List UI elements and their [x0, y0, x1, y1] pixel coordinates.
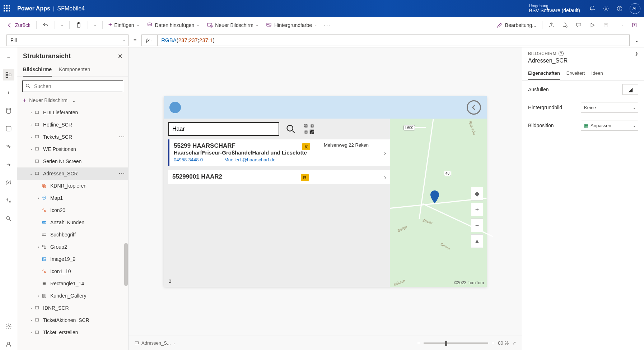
- breadcrumb[interactable]: Adressen_S... ⌄: [134, 340, 176, 346]
- rail-flow-icon[interactable]: ➔: [3, 159, 14, 170]
- formula-input[interactable]: RGBA(237; 237; 237; 1): [157, 34, 630, 46]
- tree-caret-icon[interactable]: ›: [36, 196, 41, 200]
- tree-node[interactable]: ⌄Adressen_SCR···: [17, 167, 128, 180]
- add-data-button[interactable]: Daten hinzufügen ⌄: [144, 20, 202, 30]
- prop-bgimage-select[interactable]: Keine ⌄: [581, 102, 638, 113]
- overflow-button[interactable]: ···: [321, 21, 333, 29]
- editing-mode-button[interactable]: Bearbeitung...: [494, 20, 539, 30]
- tree-caret-icon[interactable]: ›: [29, 135, 34, 139]
- insert-button[interactable]: + Einfügen ⌄: [106, 20, 142, 30]
- app-qr-icon[interactable]: [302, 122, 316, 136]
- app-list-item[interactable]: 55299001 HAAR2B›: [168, 170, 390, 184]
- fit-to-window-icon[interactable]: ⤢: [512, 340, 516, 346]
- tab-screens[interactable]: Bildschirme: [23, 64, 52, 77]
- rail-insert-icon[interactable]: +: [3, 87, 14, 98]
- rail-data-icon[interactable]: [3, 105, 14, 116]
- prop-fill-color-button[interactable]: ◢: [622, 84, 638, 95]
- tree-node[interactable]: Serien Nr Screen: [17, 155, 128, 167]
- tab-ideas[interactable]: Ideen: [591, 68, 603, 80]
- rail-hamburger-icon[interactable]: ≡: [3, 51, 14, 63]
- tree-node[interactable]: ›Tickets_SCR···: [17, 131, 128, 143]
- notifications-icon[interactable]: [589, 5, 596, 12]
- app-checker-button[interactable]: [559, 20, 571, 30]
- map-zoom-in-button[interactable]: +: [471, 203, 483, 216]
- rail-search-icon[interactable]: [3, 213, 14, 224]
- tab-properties[interactable]: Eigenschaften: [528, 68, 560, 80]
- tree-node[interactable]: ›Kunden_Gallery: [17, 290, 128, 302]
- undo-button[interactable]: [39, 20, 52, 30]
- property-selector[interactable]: Fill ⌄: [6, 34, 129, 46]
- zoom-slider[interactable]: [424, 342, 488, 344]
- tree-caret-icon[interactable]: ›: [29, 331, 34, 335]
- tree-node[interactable]: Suchbegriff: [17, 229, 128, 241]
- waffle-icon[interactable]: [4, 5, 11, 12]
- prop-imgpos-select[interactable]: ▦ Anpassen ⌄: [581, 120, 638, 131]
- close-icon[interactable]: ✕: [118, 53, 122, 60]
- rail-virtual-agent-icon[interactable]: [3, 339, 14, 350]
- comments-button[interactable]: [573, 20, 585, 30]
- undo-split-button[interactable]: ⌄: [58, 22, 66, 28]
- formula-expand-button[interactable]: ⌄: [630, 37, 644, 43]
- app-search-input[interactable]: [168, 122, 279, 136]
- rail-tools-icon[interactable]: [3, 195, 14, 206]
- item-email[interactable]: MuellerL@haarscharf.de: [224, 157, 276, 162]
- tree-node-more-icon[interactable]: ···: [119, 171, 125, 176]
- tree-node[interactable]: ›Map1: [17, 192, 128, 204]
- tree-node-more-icon[interactable]: ···: [119, 134, 125, 140]
- new-screen-button[interactable]: + Neuer Bildschirm ⌄: [17, 96, 128, 106]
- tree-node[interactable]: Icon20: [17, 204, 128, 216]
- app-map[interactable]: Stevede Berge Strote Strote eskerh L600 …: [390, 119, 487, 287]
- zoom-out-button[interactable]: −: [417, 340, 420, 346]
- tree-node[interactable]: ›WE Positionen: [17, 143, 128, 155]
- tree-node[interactable]: ›TicketAktionen_SCR: [17, 314, 128, 326]
- tree-node[interactable]: KDNR_kopieren: [17, 180, 128, 192]
- tree-search-input[interactable]: [22, 80, 123, 92]
- paste-button[interactable]: [73, 20, 85, 30]
- expand-properties-icon[interactable]: ❯: [635, 51, 639, 56]
- tab-advanced[interactable]: Erweitert: [566, 68, 585, 80]
- tree-node[interactable]: Image19_9: [17, 253, 128, 265]
- tree-node[interactable]: ›IDNR_SCR: [17, 302, 128, 314]
- map-zoom-out-button[interactable]: −: [471, 218, 483, 232]
- settings-icon[interactable]: [602, 5, 610, 12]
- tree-node[interactable]: ›Group2: [17, 241, 128, 253]
- user-avatar[interactable]: AL: [630, 3, 640, 14]
- rail-variables-icon[interactable]: (x): [3, 177, 14, 188]
- tree-node[interactable]: Icon1_10: [17, 265, 128, 277]
- tree-node[interactable]: Rectangle1_14: [17, 277, 128, 290]
- publish-button[interactable]: [628, 20, 640, 30]
- share-button[interactable]: [545, 20, 557, 30]
- item-phone[interactable]: 04958-3448-0: [174, 157, 203, 162]
- tree-node[interactable]: ›Ticket_erstellen: [17, 326, 128, 339]
- save-button[interactable]: [600, 20, 612, 30]
- paste-split-button[interactable]: ⌄: [91, 22, 99, 28]
- rail-settings-icon[interactable]: [3, 321, 14, 332]
- app-list-item[interactable]: 55299 HAARSCHARFHaarscharfFriseur-Großha…: [168, 139, 390, 166]
- tree-caret-icon[interactable]: ⌄: [29, 172, 34, 176]
- help-icon[interactable]: [616, 5, 623, 12]
- rail-tree-view-icon[interactable]: [3, 69, 14, 80]
- tree-caret-icon[interactable]: ›: [29, 318, 34, 322]
- preview-button[interactable]: [586, 20, 598, 30]
- environment-picker[interactable]: Umgebung BSV Software (default): [529, 4, 580, 13]
- fx-button[interactable]: fx⌄: [141, 34, 157, 46]
- back-button[interactable]: Zurück: [4, 20, 33, 30]
- rail-media-icon[interactable]: [3, 123, 14, 134]
- tree-caret-icon[interactable]: ›: [29, 306, 34, 310]
- scrollbar-thumb[interactable]: [124, 243, 128, 286]
- tab-components[interactable]: Komponenten: [59, 64, 90, 77]
- tree-node[interactable]: Anzahl Kunden: [17, 216, 128, 229]
- new-screen-button[interactable]: Neuer Bildschirm ⌄: [204, 20, 261, 30]
- app-back-button[interactable]: [467, 100, 481, 115]
- tree-node[interactable]: ›EDI Lieferanten: [17, 106, 128, 119]
- save-split-button[interactable]: ⌄: [618, 22, 627, 28]
- bg-color-button[interactable]: Hintergrundfarbe ⌄: [263, 20, 320, 30]
- app-search-icon[interactable]: [286, 124, 296, 134]
- zoom-in-button[interactable]: +: [492, 340, 495, 346]
- rail-power-automate-icon[interactable]: [3, 141, 14, 152]
- info-icon[interactable]: ?: [559, 51, 564, 56]
- tree-caret-icon[interactable]: ›: [29, 123, 34, 127]
- tree-caret-icon[interactable]: ›: [36, 294, 41, 298]
- tree-caret-icon[interactable]: ›: [29, 111, 34, 115]
- map-locate-button[interactable]: ◆: [471, 187, 483, 201]
